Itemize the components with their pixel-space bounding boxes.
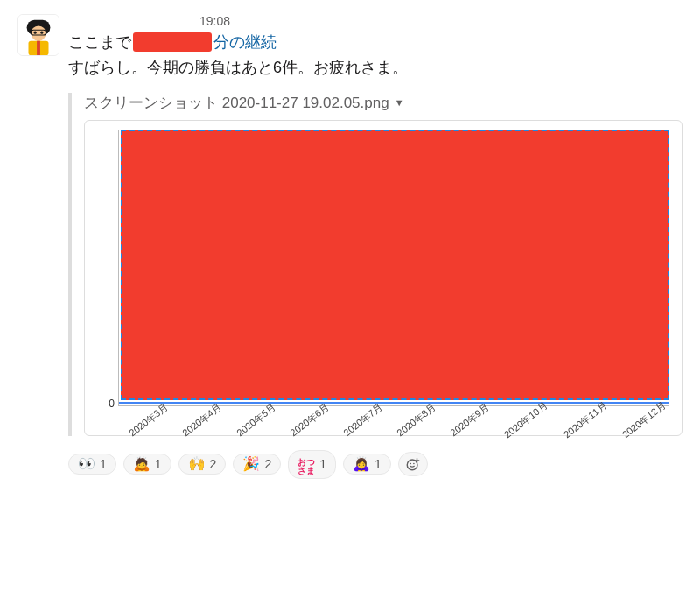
reaction-pill[interactable]: 🎉2 [233, 454, 281, 475]
reaction-pill[interactable]: 🙌2 [178, 454, 227, 475]
reaction-pill[interactable]: 👀1 [68, 454, 116, 475]
reaction-pill[interactable]: おつさま1 [288, 450, 336, 479]
add-reaction-button[interactable] [398, 452, 428, 476]
attachment-header[interactable]: スクリーンショット 2020-11-27 19.02.05.png ▼ [84, 93, 682, 113]
reaction-emoji: 👀 [78, 457, 95, 471]
chart-redacted-overlay [121, 130, 669, 400]
reaction-count: 1 [374, 457, 382, 471]
x-axis: 2020年3月2020年4月2020年5月2020年6月2020年7月2020年… [118, 410, 669, 428]
svg-point-4 [40, 32, 43, 34]
svg-rect-7 [37, 41, 40, 55]
reaction-count: 2 [264, 457, 271, 471]
timestamp[interactable]: 19:08 [200, 14, 230, 28]
reactions-bar: 👀1🙇1🙌2🎉2おつさま1🙇‍♀️1 [68, 450, 682, 479]
message-line-2: すばらし。今期の勝負はあと6件。お疲れさま。 [68, 55, 682, 81]
svg-point-2 [31, 25, 46, 40]
reaction-pill[interactable]: 🙇‍♀️1 [343, 454, 391, 475]
reaction-count: 2 [210, 457, 217, 471]
redacted-block [133, 32, 212, 52]
svg-point-10 [413, 463, 415, 465]
text-prefix: ここまで [68, 30, 131, 55]
avatar[interactable] [18, 14, 60, 56]
reaction-emoji: 🎉 [242, 457, 260, 471]
y-tick-label: 0 [97, 130, 118, 410]
chart-container[interactable]: 0 2020年3月2020年4月2020年5月2020年6月2020年7月202… [84, 120, 682, 436]
message-header: 19:08 [68, 14, 682, 28]
svg-point-3 [34, 32, 37, 34]
attachment-filename: スクリーンショット 2020-11-27 19.02.05.png [84, 93, 389, 113]
attachment: スクリーンショット 2020-11-27 19.02.05.png ▼ 0 20… [68, 93, 682, 436]
reaction-count: 1 [100, 457, 107, 471]
svg-point-9 [410, 463, 411, 465]
reaction-emoji: おつさま [298, 454, 315, 475]
message-content: 19:08 ここまで 分の継続 すばらし。今期の勝負はあと6件。お疲れさま。 ス… [68, 14, 682, 479]
reaction-count: 1 [319, 457, 326, 471]
reaction-pill[interactable]: 🙇1 [123, 454, 172, 475]
reaction-emoji: 🙌 [188, 457, 206, 471]
text-link-suffix[interactable]: 分の継続 [214, 30, 276, 55]
chart-plot-area: 0 [97, 130, 669, 410]
reaction-emoji: 🙇 [133, 457, 150, 471]
reaction-count: 1 [155, 457, 162, 471]
svg-point-8 [407, 460, 417, 470]
chevron-down-icon: ▼ [395, 97, 404, 108]
reaction-emoji: 🙇‍♀️ [353, 457, 370, 471]
slack-message: 19:08 ここまで 分の継続 すばらし。今期の勝負はあと6件。お疲れさま。 ス… [18, 14, 682, 479]
chart-plot [118, 130, 669, 406]
message-line-1: ここまで 分の継続 [68, 30, 682, 55]
chart-baseline [119, 402, 669, 404]
